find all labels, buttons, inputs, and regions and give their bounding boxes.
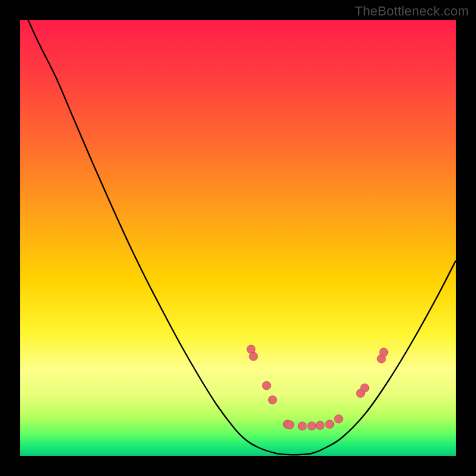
curve-layer [20,20,456,456]
data-dot [325,420,334,428]
watermark-text: TheBottleneck.com [355,4,469,19]
data-dot [298,422,306,430]
data-dot [334,415,343,423]
data-dot [249,352,258,361]
data-dot [308,422,316,430]
data-dot [380,348,388,356]
data-dot [268,396,277,404]
chart-frame: TheBottleneck.com [0,0,476,476]
data-dots [247,345,388,430]
data-dot [316,421,324,430]
data-dot [286,421,294,429]
plot-area [20,20,456,456]
data-dot [262,381,271,390]
data-dot [361,384,369,392]
bottleneck-curve [20,20,456,455]
